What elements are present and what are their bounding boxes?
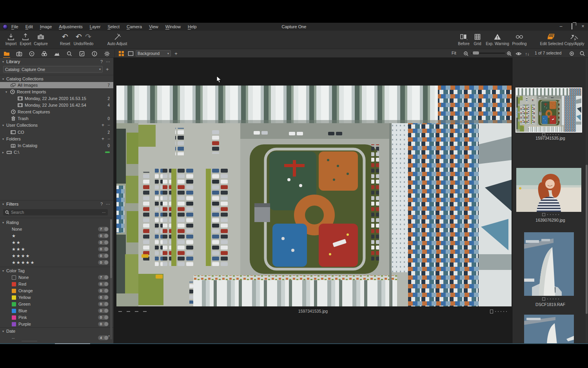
proofing-button[interactable]: Proofing [510, 32, 528, 46]
menu-edit[interactable]: Edit [22, 24, 36, 29]
menu-help[interactable]: Help [184, 24, 200, 29]
search-input[interactable] [11, 210, 102, 215]
filter-toggle[interactable]: 4 [98, 335, 109, 340]
metadata-tab[interactable] [91, 50, 98, 57]
filter-toggle[interactable]: 0 [98, 247, 109, 251]
undo-redo-button[interactable]: ↶ ↷ Undo/Redo [72, 32, 95, 46]
search-icon[interactable] [579, 50, 586, 57]
details-tab[interactable] [66, 50, 73, 57]
restore-button[interactable] [569, 24, 575, 29]
add-catalog-button[interactable]: + [106, 66, 109, 72]
background-select[interactable]: Background ▾ [136, 50, 171, 56]
tree-item-all-images[interactable]: All Images 7 [0, 82, 113, 88]
library-panel-header[interactable]: ▾ Library ? ⋯ [0, 58, 113, 65]
filters-panel-header[interactable]: ▾ Filters ? ⋯ [0, 201, 113, 207]
filter-toggle[interactable]: 7 [98, 227, 109, 231]
search-options-icon[interactable]: ⋯ [102, 210, 106, 215]
close-button[interactable]: × [580, 24, 586, 29]
zoom-slider-handle[interactable] [473, 51, 479, 55]
filter-toggle[interactable]: 0 [98, 253, 109, 258]
tree-item-recent-captures[interactable]: Recent Captures [0, 109, 113, 115]
rating-section-header[interactable]: ▾ Rating [0, 219, 113, 226]
zoom-in-icon[interactable] [506, 50, 513, 57]
fit-select[interactable]: Fit [452, 51, 456, 55]
filter-toggle[interactable]: 0 [98, 308, 109, 313]
menu-layer[interactable]: Layer [86, 24, 104, 29]
filter-toggle[interactable]: 0 [98, 322, 109, 326]
color-filter-yellow[interactable]: Yellow 0 [0, 294, 113, 301]
minimize-button[interactable]: – [558, 24, 564, 29]
menu-camera[interactable]: Camera [123, 24, 145, 29]
filter-toggle[interactable]: 7 [98, 275, 109, 280]
capture-tab[interactable] [16, 50, 23, 57]
thumbnail-3[interactable] [524, 232, 574, 296]
menu-select[interactable]: Select [104, 24, 123, 29]
color-filter-pink[interactable]: Pink 0 [0, 314, 113, 321]
filters-search-box[interactable]: ⋯ [3, 209, 108, 215]
add-folder-button[interactable]: + [102, 137, 104, 141]
color-tab[interactable] [41, 50, 48, 57]
before-button[interactable]: Before [456, 32, 471, 46]
menu-view[interactable]: View [145, 24, 162, 29]
filter-toggle[interactable]: 0 [98, 240, 109, 245]
library-tab[interactable] [3, 50, 10, 57]
thumbnail-2-rating-strip[interactable] [513, 213, 588, 216]
import-button[interactable]: Import [4, 32, 18, 46]
catalog-select[interactable]: Catalog: Capture One ▾ [3, 66, 103, 73]
export-button[interactable]: Export [18, 32, 33, 46]
help-icon[interactable]: ? [100, 59, 103, 64]
remove-collection-button[interactable]: − [107, 123, 110, 127]
rating-filter-2-stars[interactable]: ★★ 0 [0, 239, 113, 246]
settings-tab[interactable] [103, 50, 111, 57]
thumbnail-2[interactable] [516, 168, 581, 212]
tree-item-in-catalog[interactable]: In Catalog 0 [0, 142, 113, 149]
single-view-icon[interactable] [127, 50, 134, 57]
lens-tab[interactable] [28, 50, 35, 57]
edit-selected-button[interactable]: Edit Selected [538, 32, 565, 46]
undo-icon[interactable]: ↶ [76, 33, 82, 41]
reset-button[interactable]: ↶ Reset [58, 32, 72, 46]
exposure-tab[interactable] [53, 50, 60, 57]
thumbnail-4[interactable] [524, 315, 574, 344]
grid-button[interactable]: Grid [472, 32, 483, 46]
zoom-out-icon[interactable] [463, 50, 470, 57]
filter-toggle[interactable]: 0 [98, 295, 109, 300]
menu-file[interactable]: File [8, 24, 22, 29]
eye-icon[interactable] [515, 50, 522, 57]
zoom-thumbs-icon[interactable] [568, 50, 575, 57]
color-filter-purple[interactable]: Purple 0 [0, 321, 113, 327]
auto-adjust-button[interactable]: Auto Adjust [106, 32, 129, 46]
rating-filter-1-star[interactable]: ★ 0 [0, 233, 113, 239]
filter-toggle[interactable]: 0 [98, 260, 109, 265]
catalog-collections-header[interactable]: ▾ Catalog Collections [0, 76, 113, 82]
viewer-rating-strip[interactable] [490, 310, 507, 313]
thumbnail-1[interactable] [516, 88, 581, 132]
filters-scrollbar-thumb[interactable] [110, 219, 112, 278]
rating-filter-4-stars[interactable]: ★★★★ 0 [0, 253, 113, 259]
filter-toggle[interactable]: 0 [98, 302, 109, 306]
folders-header[interactable]: ▾ Folders + − [0, 136, 113, 142]
color-filter-green[interactable]: Green 0 [0, 301, 113, 307]
color-filter-orange[interactable]: Orange 0 [0, 288, 113, 294]
more-options-icon[interactable]: ⋯ [106, 59, 110, 64]
main-photo[interactable] [116, 86, 512, 306]
color-filter-red[interactable]: Red 0 [0, 281, 113, 287]
color-filter-none[interactable]: None 7 [0, 274, 113, 281]
help-icon[interactable]: ? [100, 202, 103, 206]
tree-item-recent-imports[interactable]: ▾ Recent Imports [0, 89, 113, 95]
color-filter-blue[interactable]: Blue 0 [0, 308, 113, 314]
filter-toggle[interactable]: 0 [98, 288, 109, 293]
tree-item-trash[interactable]: Trash 0 [0, 115, 113, 122]
add-view-button[interactable]: + [172, 50, 180, 57]
thumbnail-3-rating-strip[interactable] [513, 297, 588, 301]
sort-icon[interactable]: ↑↓ [524, 50, 531, 57]
tree-item-c-drive[interactable]: ▸ C:\ [0, 149, 113, 155]
more-options-icon[interactable]: ⋯ [106, 202, 110, 207]
tree-item-co[interactable]: CO 2 [0, 129, 113, 135]
tree-item-import-session-1[interactable]: Monday, 22 June 2020 16.53.15 2 [0, 95, 113, 102]
filter-toggle[interactable]: 0 [98, 315, 109, 320]
color-tag-section-header[interactable]: ▾ Color Tag [0, 268, 113, 274]
menu-image[interactable]: Image [36, 24, 56, 29]
menu-window[interactable]: Window [162, 24, 184, 29]
exposure-warning-button[interactable]: Exp. Warning [485, 32, 510, 46]
